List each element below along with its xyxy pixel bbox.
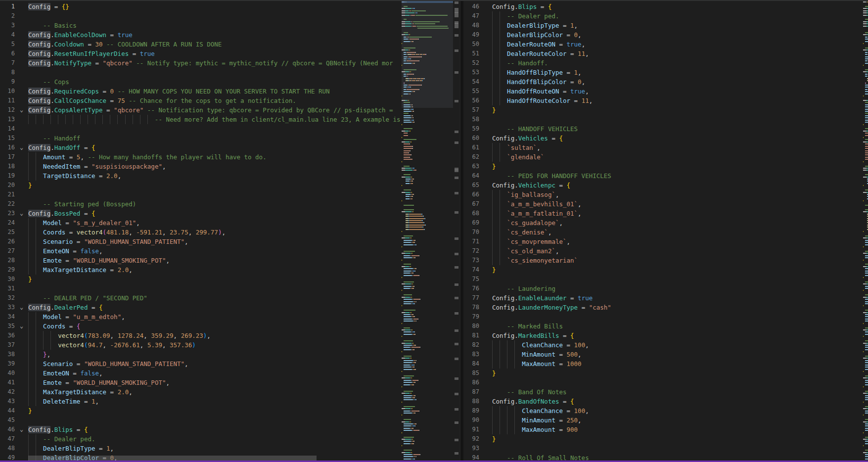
code-text[interactable]: Emote = "WORLD_HUMAN_SMOKING_POT", <box>28 256 402 265</box>
code-text[interactable]: DealerRouteColor = 11, <box>492 49 868 58</box>
code-text[interactable]: Config.NotifyType = "qbcore" -- Notify t… <box>28 58 402 68</box>
code-text[interactable]: `a_m_m_bevhills_01`, <box>492 199 868 209</box>
code-text[interactable]: } <box>492 434 868 444</box>
code-line[interactable]: 92} <box>463 434 868 444</box>
code-line[interactable]: 84 MaxAmount = 1000 <box>463 359 868 369</box>
code-line[interactable]: 48 DealerBlipType = 1, <box>463 21 868 30</box>
code-text[interactable]: CleanChance = 100, <box>492 406 868 416</box>
code-line[interactable]: 71 `cs_movpremmale`, <box>463 237 868 246</box>
code-text[interactable]: Config.MarkedBills = { <box>492 331 868 340</box>
code-line[interactable]: 42 MaxTargetDistance = 2.0, <box>0 387 402 397</box>
code-line[interactable]: 28 Emote = "WORLD_HUMAN_SMOKING_POT", <box>0 256 402 265</box>
code-text[interactable]: MinAmount = 250, <box>492 416 868 425</box>
code-line[interactable]: 29 MaxTargetDistance = 2.0, <box>0 265 402 275</box>
code-line[interactable]: 4Config.EnableCoolDown = true <box>0 30 402 40</box>
code-text[interactable] <box>492 312 868 322</box>
code-text[interactable]: -- Marked Bills <box>492 322 868 331</box>
code-line[interactable]: 78Config.LaunderMoneyType = "cash" <box>463 303 868 312</box>
code-text[interactable]: Model = "s_m_y_dealer_01", <box>28 218 402 228</box>
code-line[interactable]: 56 HandOffRouteColor = 11, <box>463 96 868 105</box>
code-text[interactable]: MaxTargetDistance = 2.0, <box>28 387 402 397</box>
minimap-slider[interactable] <box>402 0 453 108</box>
minimap[interactable] <box>402 0 453 462</box>
code-text[interactable]: } <box>28 406 402 416</box>
code-line[interactable]: 69 `cs_guadalope`, <box>463 218 868 228</box>
code-text[interactable]: `cs_denise`, <box>492 228 868 237</box>
fold-chevron-icon[interactable]: ⌄ <box>15 425 28 434</box>
code-line[interactable]: 53 HandOffBlipType = 1, <box>463 68 868 77</box>
fold-chevron-icon[interactable]: ⌄ <box>15 303 28 312</box>
code-text[interactable]: HandOffRouteON = true, <box>492 87 868 96</box>
code-line[interactable]: 52 -- Handoff. <box>463 58 868 68</box>
code-text[interactable]: -- Laundering <box>492 284 868 293</box>
code-text[interactable] <box>28 284 402 293</box>
code-text[interactable]: CleanChance = 100, <box>492 340 868 350</box>
code-text[interactable]: -- Starting ped (Bossped) <box>28 199 402 209</box>
code-text[interactable] <box>492 275 868 284</box>
code-text[interactable]: Scenario = "WORLD_HUMAN_STAND_PATIENT", <box>28 237 402 246</box>
code-line[interactable]: 46Config.Blips = { <box>463 2 868 11</box>
code-line[interactable]: 31 <box>0 284 402 293</box>
code-text[interactable] <box>28 68 402 77</box>
code-text[interactable]: } <box>492 105 868 115</box>
code-line[interactable]: 17 Amount = 5, -- How many handoffs the … <box>0 152 402 162</box>
code-line[interactable]: 45 <box>0 416 402 425</box>
code-line[interactable]: 67 `a_m_m_bevhills_01`, <box>463 199 868 209</box>
code-text[interactable]: -- Need more? Add them in client/cl_main… <box>28 115 402 124</box>
code-text[interactable] <box>28 124 402 134</box>
code-line[interactable]: 76 -- Laundering <box>463 284 868 293</box>
code-line[interactable]: 6Config.ResetRunIfPlayerDies = true <box>0 49 402 58</box>
code-line[interactable]: 46⌄Config.Blips = { <box>0 425 402 434</box>
code-text[interactable]: Emote = "WORLD_HUMAN_SMOKING_POT", <box>28 378 402 387</box>
code-text[interactable]: `cs_old_man2`, <box>492 246 868 256</box>
code-text[interactable]: HandOffRouteColor = 11, <box>492 96 868 105</box>
code-line[interactable]: 72 `cs_old_man2`, <box>463 246 868 256</box>
editor-group-sash[interactable] <box>460 0 463 462</box>
code-text[interactable] <box>28 11 402 21</box>
code-text[interactable]: -- Dealer ped. <box>492 11 868 21</box>
code-line[interactable]: 23⌄Config.BossPed = { <box>0 209 402 218</box>
code-text[interactable]: MaxAmount = 1000 <box>492 359 868 369</box>
code-line[interactable]: 47 -- Dealer ped. <box>463 11 868 21</box>
code-line[interactable]: 83 MinAmount = 500, <box>463 350 868 359</box>
horizontal-scrollbar-thumb[interactable] <box>28 456 317 461</box>
code-line[interactable]: 44} <box>0 406 402 416</box>
code-text[interactable]: Coords = { <box>28 322 402 331</box>
code-text[interactable]: EmoteON = false, <box>28 246 402 256</box>
code-text[interactable]: vector4(783.09, 1278.24, 359.29, 269.23)… <box>28 331 402 340</box>
fold-chevron-icon[interactable]: ⌄ <box>15 143 28 152</box>
code-line[interactable]: 43 DeleteTime = 1, <box>0 397 402 406</box>
right-pane-code[interactable]: 46Config.Blips = {47 -- Dealer ped.48 De… <box>463 2 868 462</box>
code-line[interactable]: 27 EmoteON = false, <box>0 246 402 256</box>
code-text[interactable] <box>28 190 402 199</box>
code-text[interactable]: -- Dealer ped. <box>28 434 402 444</box>
code-line[interactable]: 82 CleanChance = 100, <box>463 340 868 350</box>
code-line[interactable]: 60Config.Vehicles = { <box>463 134 868 143</box>
code-text[interactable]: -- DEALER PED / "SECOND PED" <box>28 293 402 303</box>
code-text[interactable]: `cs_guadalope`, <box>492 218 868 228</box>
code-text[interactable]: TargetDistance = 2.0, <box>28 171 402 181</box>
code-line[interactable]: 10Config.RequiredCops = 0 -- HOW MANY CO… <box>0 87 402 96</box>
code-line[interactable]: 89 CleanChance = 100, <box>463 406 868 416</box>
code-text[interactable]: Config.Vehicles = { <box>492 134 868 143</box>
code-text[interactable]: `cs_siemonyetarian` <box>492 256 868 265</box>
code-line[interactable]: 39 Scenario = "WORLD_HUMAN_STAND_PATIENT… <box>0 359 402 369</box>
code-text[interactable]: Config.Blips = { <box>492 2 868 11</box>
code-line[interactable]: 50 DealerRouteON = true, <box>463 40 868 49</box>
code-text[interactable]: DealerRouteON = true, <box>492 40 868 49</box>
code-line[interactable]: 63} <box>463 162 868 171</box>
code-line[interactable]: 18 NeededItem = "suspisiouspackage", <box>0 162 402 171</box>
code-text[interactable]: Config.BandOfNotes = { <box>492 397 868 406</box>
code-text[interactable]: -- Basics <box>28 21 402 30</box>
code-line[interactable]: 20} <box>0 181 402 190</box>
code-line[interactable]: 88Config.BandOfNotes = { <box>463 397 868 406</box>
code-line[interactable]: 19 TargetDistance = 2.0, <box>0 171 402 181</box>
code-line[interactable]: 3 -- Basics <box>0 21 402 30</box>
code-text[interactable]: -- Band Of Notes <box>492 387 868 397</box>
code-line[interactable]: 75 <box>463 275 868 284</box>
code-text[interactable]: } <box>28 275 402 284</box>
code-text[interactable]: `a_m_m_fatlatin_01`, <box>492 209 868 218</box>
code-line[interactable]: 35⌄ Coords = { <box>0 322 402 331</box>
editor-pane-left[interactable]: 1Config = {}23 -- Basics4Config.EnableCo… <box>0 0 460 462</box>
code-line[interactable]: 81Config.MarkedBills = { <box>463 331 868 340</box>
